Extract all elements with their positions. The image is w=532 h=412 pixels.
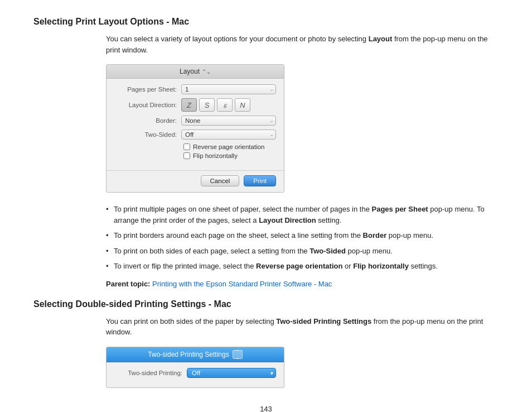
section2-content: You can print on both sides of the paper…: [106, 316, 499, 388]
two-sided-select-wrapper[interactable]: Off Long-Edge binding Short-Edge binding: [181, 130, 276, 140]
pages-per-sheet-label: Pages per Sheet:: [114, 86, 181, 93]
page-number: 143: [33, 405, 499, 413]
section2-intro: You can print on both sides of the paper…: [106, 316, 499, 338]
reverse-orientation-checkbox[interactable]: [183, 143, 190, 150]
section2: Selecting Double-sided Printing Settings…: [33, 299, 499, 388]
pages-per-sheet-control: 1 2 4 6 9 16: [181, 84, 276, 94]
layout-direction-control: Z S ꟙ N: [181, 98, 276, 112]
flip-horizontally-row: Flip horizontally: [183, 152, 276, 159]
reverse-orientation-label: Reverse page orientation: [193, 143, 265, 150]
parent-topic-label: Parent topic:: [106, 280, 150, 288]
section2-heading: Selecting Double-sided Printing Settings…: [33, 299, 499, 309]
reverse-orientation-row: Reverse page orientation: [183, 143, 276, 150]
dialog-footer: Cancel Print: [107, 170, 284, 192]
flip-horizontally-label: Flip horizontally: [193, 152, 238, 159]
section1-heading: Selecting Print Layout Options - Mac: [33, 17, 499, 27]
two-sided-printing-row: Two-sided Printing: Off Long-Edge bindin…: [114, 368, 276, 378]
two-sided-control: Off Long-Edge binding Short-Edge binding: [181, 130, 276, 140]
dialog-stepper: ⌃⌄: [202, 69, 211, 75]
bullet-item-4: To invert or flip the printed image, sel…: [106, 261, 499, 272]
parent-topic: Parent topic: Printing with the Epson St…: [106, 280, 499, 288]
two-sided-dialog-title-bar: Two-sided Printing Settings ⌃⌄: [107, 347, 284, 362]
direction-btn-2[interactable]: S: [199, 98, 215, 112]
two-sided-printing-label: Two-sided Printing:: [114, 370, 187, 376]
border-select-wrapper[interactable]: None Hair-line Border Single Hairline Si…: [181, 116, 276, 126]
pages-per-sheet-row: Pages per Sheet: 1 2 4 6 9 16: [114, 84, 276, 94]
page: Selecting Print Layout Options - Mac You…: [0, 0, 532, 412]
layout-direction-label: Layout Direction:: [114, 102, 181, 108]
two-sided-label: Two-Sided:: [114, 131, 181, 138]
section1-intro: You can select a variety of layout optio…: [106, 33, 499, 55]
layout-dialog: Layout ⌃⌄ Pages per Sheet: 1 2 4 6: [106, 64, 284, 193]
dialog-title-bar: Layout ⌃⌄: [107, 65, 284, 79]
two-sided-printing-select[interactable]: Off Long-Edge binding Short-Edge binding: [187, 368, 276, 378]
border-control: None Hair-line Border Single Hairline Si…: [181, 116, 276, 126]
cancel-button[interactable]: Cancel: [201, 175, 240, 186]
border-row: Border: None Hair-line Border Single Hai…: [114, 116, 276, 126]
blue-stepper: ⌃⌄: [233, 350, 243, 359]
two-sided-row: Two-Sided: Off Long-Edge binding Short-E…: [114, 130, 276, 140]
parent-topic-link[interactable]: Printing with the Epson Standard Printer…: [152, 280, 332, 288]
print-button[interactable]: Print: [244, 175, 276, 186]
flip-horizontally-checkbox[interactable]: [183, 152, 190, 159]
direction-btn-3[interactable]: ꟙ: [217, 98, 233, 112]
layout-direction-row: Layout Direction: Z S ꟙ N: [114, 98, 276, 112]
direction-btn-1[interactable]: Z: [181, 98, 197, 112]
dialog-title: Layout: [180, 68, 200, 75]
pages-per-sheet-select[interactable]: 1 2 4 6 9 16: [181, 84, 276, 94]
bullet-item-3: To print on both sides of each page, sel…: [106, 246, 499, 257]
border-label: Border:: [114, 117, 181, 124]
dialog-body: Pages per Sheet: 1 2 4 6 9 16: [107, 79, 284, 167]
direction-btn-4[interactable]: N: [235, 98, 250, 112]
two-sided-printing-select-wrapper[interactable]: Off Long-Edge binding Short-Edge binding: [187, 368, 276, 378]
section1-content: You can select a variety of layout optio…: [106, 33, 499, 288]
bullet-list: To print multiple pages on one sheet of …: [106, 204, 499, 272]
pages-per-sheet-select-wrapper[interactable]: 1 2 4 6 9 16: [181, 84, 276, 94]
two-sided-dialog: Two-sided Printing Settings ⌃⌄ Two-sided…: [106, 347, 284, 388]
bullet-item-1: To print multiple pages on one sheet of …: [106, 204, 499, 226]
border-select[interactable]: None Hair-line Border Single Hairline Si…: [181, 116, 276, 126]
two-sided-dialog-body: Two-sided Printing: Off Long-Edge bindin…: [107, 362, 284, 387]
two-sided-select[interactable]: Off Long-Edge binding Short-Edge binding: [181, 130, 276, 140]
bullet-item-2: To print borders around each page on the…: [106, 230, 499, 241]
two-sided-dialog-title: Two-sided Printing Settings: [148, 351, 229, 358]
direction-buttons: Z S ꟙ N: [181, 98, 276, 112]
